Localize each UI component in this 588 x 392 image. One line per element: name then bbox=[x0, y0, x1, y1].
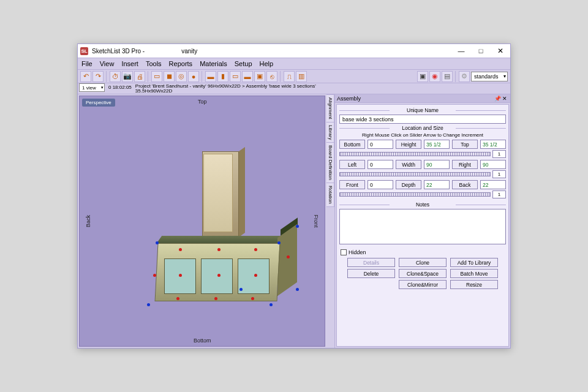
breadcrumb: Project 'Brent Sandhurst - vanity' 96Hx9… bbox=[135, 83, 316, 94]
slider-depth[interactable] bbox=[339, 192, 491, 197]
add-library-button[interactable]: Add To Library bbox=[450, 258, 498, 267]
side-tab-rotation[interactable]: Rotation bbox=[326, 183, 334, 207]
clone-button[interactable]: Clone bbox=[399, 258, 447, 267]
menu-view[interactable]: View bbox=[100, 60, 115, 67]
gear-globe-icon[interactable]: ⚙ bbox=[459, 71, 470, 82]
app-icon: SL bbox=[80, 47, 88, 55]
window-minimize-button[interactable]: — bbox=[451, 44, 471, 58]
stock-stick-icon[interactable]: ▮ bbox=[217, 71, 228, 82]
top-value[interactable]: 35 1/2 bbox=[480, 140, 506, 149]
side-tab-library[interactable]: Library bbox=[326, 122, 334, 143]
hidden-row: Hidden bbox=[341, 249, 506, 255]
standards-combo[interactable]: standards bbox=[471, 72, 508, 81]
resize-button[interactable]: Resize bbox=[450, 280, 498, 289]
viewport-3d[interactable]: Perspective Top Bottom Back Front bbox=[79, 96, 325, 347]
viewport-wrap: Perspective Top Bottom Back Front bbox=[78, 94, 326, 348]
timer-icon[interactable]: ⏱ bbox=[110, 71, 121, 82]
back-label: Back bbox=[452, 180, 478, 189]
dim-row-horizontal: Left 0 Width 90 Right 90 bbox=[339, 160, 506, 169]
width-label: Width bbox=[396, 160, 421, 169]
titlebar: SL SketchList 3D Pro - vanity — □ ✕ bbox=[78, 44, 510, 58]
part-square-icon[interactable]: ◼ bbox=[164, 71, 175, 82]
workspace: Perspective Top Bottom Back Front bbox=[78, 94, 510, 348]
snap3-icon[interactable]: ▤ bbox=[442, 71, 453, 82]
breadcrumb-line2: 35.5Hx90Wx22D bbox=[135, 89, 316, 94]
hidden-checkbox[interactable] bbox=[341, 249, 347, 255]
height-value[interactable]: 35 1/2 bbox=[424, 140, 450, 149]
stock-panel-icon[interactable]: ▭ bbox=[230, 71, 241, 82]
hidden-label: Hidden bbox=[349, 249, 366, 255]
side-tab-board-definition[interactable]: Board Definition bbox=[326, 142, 334, 183]
bottom-value[interactable]: 0 bbox=[368, 140, 393, 149]
step-depth[interactable]: 1 bbox=[492, 190, 506, 198]
elapsed-timer: 0 18:02:05 bbox=[108, 83, 132, 90]
panel-button-grid: Details Delete Clone Clone&Space Clone&M… bbox=[339, 258, 506, 289]
stock-block-icon[interactable]: ▬ bbox=[242, 71, 253, 82]
depth-value[interactable]: 22 bbox=[424, 180, 450, 189]
side-tab-alignment[interactable]: Alignment bbox=[326, 94, 334, 123]
bottom-label: Bottom bbox=[339, 140, 365, 149]
slider-vertical[interactable] bbox=[339, 152, 491, 156]
snap2-icon[interactable]: ◉ bbox=[429, 71, 440, 82]
part-circle-icon[interactable]: ● bbox=[188, 71, 199, 82]
left-value[interactable]: 0 bbox=[368, 160, 393, 169]
undo-icon[interactable]: ↶ bbox=[80, 71, 91, 82]
menu-insert[interactable]: Insert bbox=[121, 60, 138, 67]
assembly-panel: Assembly 📌 ✕ Unique Name base wide 3 sec… bbox=[334, 94, 510, 348]
notes-field[interactable] bbox=[339, 209, 506, 244]
clone-space-button[interactable]: Clone&Space bbox=[399, 269, 447, 278]
redo-icon[interactable]: ↷ bbox=[92, 71, 104, 82]
part-target-icon[interactable]: ◎ bbox=[176, 71, 187, 82]
slider-hint: Right Mouse Click on Slider Arrow to Cha… bbox=[339, 132, 506, 138]
front-label: Front bbox=[339, 180, 365, 189]
notes-label: Notes bbox=[339, 202, 506, 208]
detail-pin-icon[interactable]: ⎍ bbox=[284, 71, 295, 82]
assembly-panel-body: Unique Name base wide 3 sections Locatio… bbox=[336, 104, 509, 347]
camera-icon[interactable]: 📷 bbox=[122, 71, 133, 82]
main-toolbar: ↶ ↷ ⏱ 📷 🖨 ▭ ◼ ◎ ● ▬ ▮ ▭ ▬ ▣ ⎋ ⎍ ▥ ▣ ◉ ▤ … bbox=[78, 70, 510, 83]
panel-close-icon[interactable]: ✕ bbox=[501, 95, 508, 102]
clone-mirror-button[interactable]: Clone&Mirror bbox=[399, 280, 447, 289]
model-preview bbox=[147, 151, 291, 320]
front-value[interactable]: 0 bbox=[368, 180, 393, 189]
delete-button[interactable]: Delete bbox=[347, 269, 395, 278]
side-tab-strip: Alignment Library Board Definition Rotat… bbox=[326, 94, 334, 348]
stock-bar-icon[interactable]: ▬ bbox=[205, 71, 216, 82]
snap1-icon[interactable]: ▣ bbox=[417, 71, 428, 82]
width-value[interactable]: 90 bbox=[424, 160, 450, 169]
view-label-bottom: Bottom bbox=[194, 337, 211, 344]
stock-handle-icon[interactable]: ⎋ bbox=[266, 71, 277, 82]
window-close-button[interactable]: ✕ bbox=[491, 44, 510, 58]
unique-name-field[interactable]: base wide 3 sections bbox=[339, 115, 506, 124]
window-maximize-button[interactable]: □ bbox=[471, 44, 491, 58]
view-mode-badge: Perspective bbox=[82, 99, 115, 107]
app-window: SL SketchList 3D Pro - vanity — □ ✕ File… bbox=[77, 43, 511, 349]
view-count-combo[interactable]: 1 view bbox=[79, 83, 105, 92]
assembly-panel-title: Assembly bbox=[337, 96, 361, 102]
step-horizontal[interactable]: 1 bbox=[492, 170, 506, 178]
part-rect-icon[interactable]: ▭ bbox=[151, 71, 162, 82]
unique-name-label: Unique Name bbox=[339, 107, 506, 113]
step-vertical[interactable]: 1 bbox=[492, 150, 506, 158]
status-strip: 1 view 0 18:02:05 Project 'Brent Sandhur… bbox=[78, 83, 510, 94]
depth-label: Depth bbox=[396, 180, 421, 189]
app-title: SketchList 3D Pro - bbox=[92, 48, 145, 55]
detail-panel-icon[interactable]: ▥ bbox=[296, 71, 307, 82]
left-label: Left bbox=[339, 160, 365, 169]
details-button[interactable]: Details bbox=[347, 258, 395, 267]
panel-pin-icon[interactable]: 📌 bbox=[494, 95, 501, 102]
view-label-front: Front bbox=[313, 214, 319, 227]
print-icon[interactable]: 🖨 bbox=[134, 71, 145, 82]
menu-materials[interactable]: Materials bbox=[200, 60, 227, 67]
menu-setup[interactable]: Setup bbox=[235, 60, 252, 67]
slider-horizontal[interactable] bbox=[339, 172, 491, 176]
batch-move-button[interactable]: Batch Move bbox=[450, 269, 498, 278]
back-value[interactable]: 22 bbox=[480, 180, 506, 189]
right-value[interactable]: 90 bbox=[480, 160, 506, 169]
menu-file[interactable]: File bbox=[81, 60, 92, 67]
menu-help[interactable]: Help bbox=[260, 60, 274, 67]
menu-reports[interactable]: Reports bbox=[169, 60, 193, 67]
document-title: vanity bbox=[181, 48, 197, 55]
stock-frame-icon[interactable]: ▣ bbox=[254, 71, 265, 82]
menu-tools[interactable]: Tools bbox=[146, 60, 162, 67]
